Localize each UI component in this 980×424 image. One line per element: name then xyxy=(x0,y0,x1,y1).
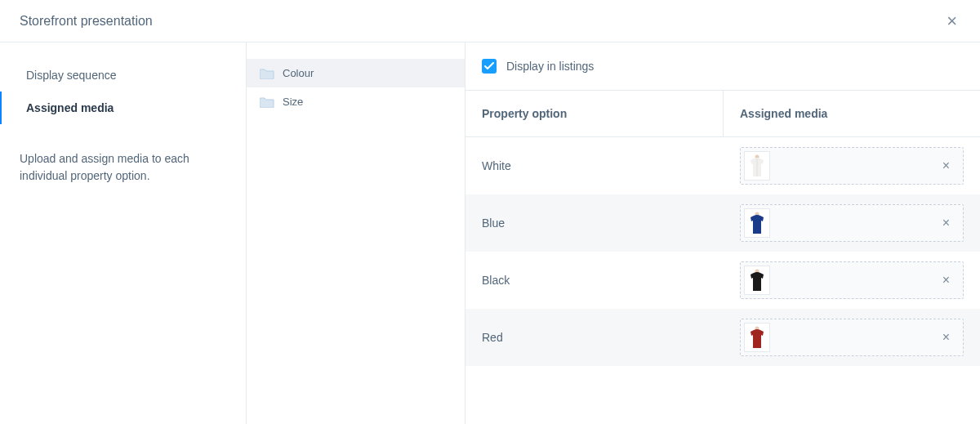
close-icon: × xyxy=(942,273,950,287)
nav-item-label: Assigned media xyxy=(26,101,114,114)
modal-body: Display sequence Assigned media Upload a… xyxy=(0,42,980,424)
left-column: Display sequence Assigned media Upload a… xyxy=(0,42,247,424)
table-header-option: Property option xyxy=(466,91,724,136)
close-icon: × xyxy=(942,158,950,172)
folder-icon xyxy=(260,96,274,108)
remove-media-button[interactable]: × xyxy=(933,331,960,344)
media-slot[interactable]: × xyxy=(740,147,964,185)
modal-header: Storefront presentation × xyxy=(0,0,980,42)
shirt-icon xyxy=(749,154,765,177)
table-row: Blue × xyxy=(466,194,980,252)
nav-item-display-sequence[interactable]: Display sequence xyxy=(0,59,246,91)
media-slot[interactable]: × xyxy=(740,319,964,356)
close-icon: × xyxy=(942,216,950,230)
option-cell: Blue xyxy=(466,200,724,246)
close-icon: × xyxy=(942,330,950,344)
modal-title: Storefront presentation xyxy=(20,14,153,29)
media-cell: × xyxy=(724,252,980,309)
nav-item-label: Display sequence xyxy=(26,69,117,82)
option-cell: White xyxy=(466,143,724,189)
check-icon xyxy=(484,62,494,70)
table-row: Red × xyxy=(466,309,980,366)
nav-item-assigned-media[interactable]: Assigned media xyxy=(0,91,246,124)
shirt-icon xyxy=(749,326,765,349)
media-thumbnail xyxy=(744,323,770,352)
table-row: Black × xyxy=(466,252,980,309)
folder-icon xyxy=(260,67,274,79)
table-header-row: Property option Assigned media xyxy=(466,91,980,137)
media-thumbnail xyxy=(744,266,770,295)
middle-column: Colour Size xyxy=(247,42,466,424)
media-slot[interactable]: × xyxy=(740,204,964,242)
remove-media-button[interactable]: × xyxy=(933,274,960,287)
media-cell: × xyxy=(724,309,980,366)
shirt-icon xyxy=(749,212,765,234)
remove-media-button[interactable]: × xyxy=(933,159,960,172)
remove-media-button[interactable]: × xyxy=(933,216,960,230)
media-table: Property option Assigned media White × xyxy=(466,91,980,366)
media-cell: × xyxy=(724,137,980,194)
display-in-listings-row: Display in listings xyxy=(466,42,980,91)
media-slot[interactable]: × xyxy=(740,261,964,299)
display-in-listings-label: Display in listings xyxy=(506,60,594,73)
close-button[interactable]: × xyxy=(943,9,960,33)
media-thumbnail xyxy=(744,208,770,238)
table-row: White × xyxy=(466,137,980,194)
display-in-listings-checkbox[interactable] xyxy=(482,59,497,74)
shirt-icon xyxy=(749,269,765,292)
close-icon: × xyxy=(947,11,957,31)
help-text: Upload and assign media to each individu… xyxy=(0,124,246,185)
table-header-media: Assigned media xyxy=(724,91,980,136)
option-cell: Black xyxy=(466,257,724,303)
property-group-size[interactable]: Size xyxy=(247,87,465,116)
property-group-label: Colour xyxy=(283,67,314,79)
property-group-colour[interactable]: Colour xyxy=(247,59,465,87)
option-cell: Red xyxy=(466,315,724,360)
media-cell: × xyxy=(724,194,980,252)
media-thumbnail xyxy=(744,151,770,181)
right-column: Display in listings Property option Assi… xyxy=(466,42,980,424)
property-group-label: Size xyxy=(283,96,303,108)
